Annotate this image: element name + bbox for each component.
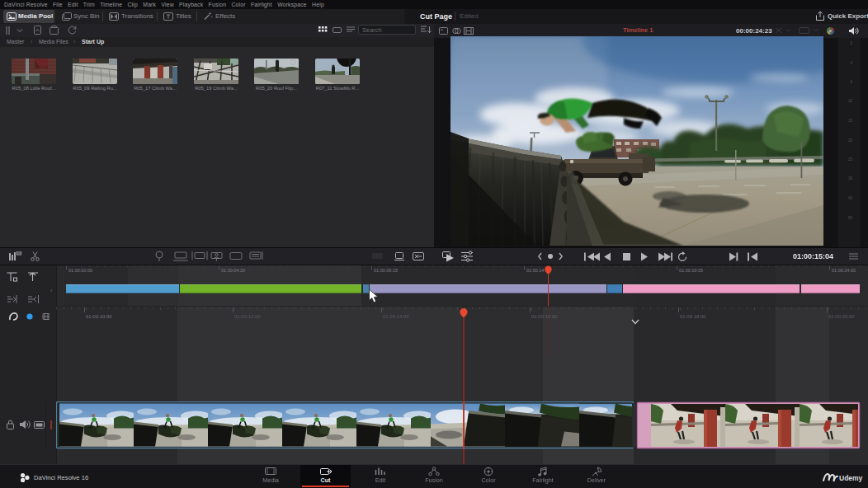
svg-text:Udemy: Udemy — [839, 474, 863, 482]
